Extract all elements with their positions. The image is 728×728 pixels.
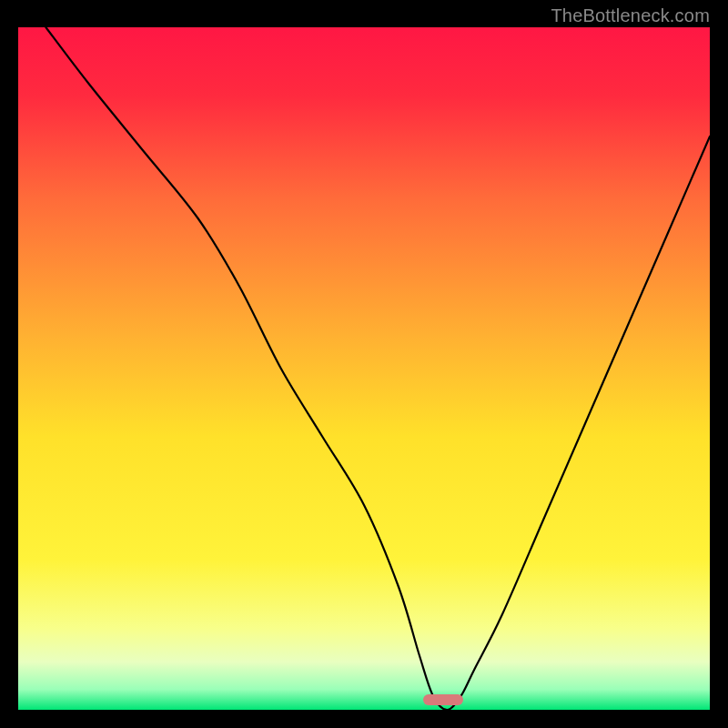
watermark-text: TheBottleneck.com — [551, 5, 710, 26]
plot-area — [18, 27, 710, 710]
chart-frame: TheBottleneck.com — [0, 0, 728, 728]
bottleneck-curve — [18, 27, 710, 710]
optimal-marker — [423, 694, 463, 705]
